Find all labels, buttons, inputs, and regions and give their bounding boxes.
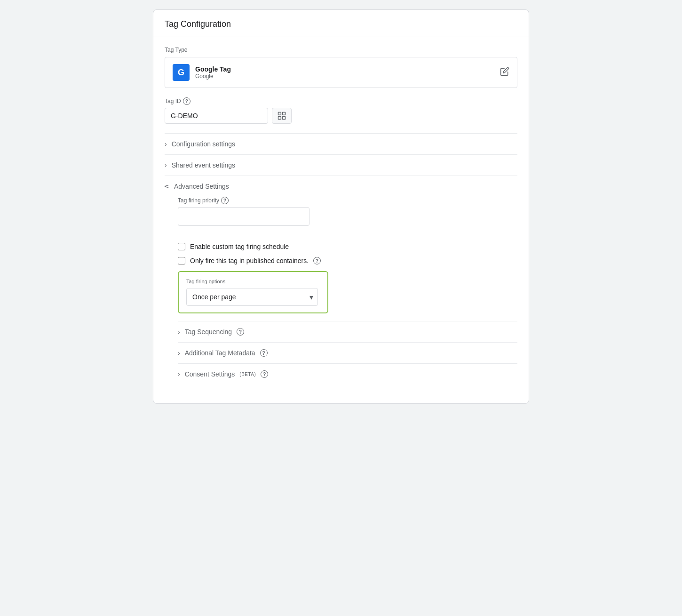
shared-event-section: › Shared event settings bbox=[165, 154, 517, 176]
advanced-settings-section: ∨ Advanced Settings Tag firing priority … bbox=[165, 176, 517, 394]
advanced-settings-header[interactable]: ∨ Advanced Settings bbox=[165, 176, 517, 197]
custom-schedule-checkbox[interactable] bbox=[178, 243, 185, 250]
tag-type-box: G Google Tag Google bbox=[165, 57, 517, 88]
consent-settings-label: Consent Settings bbox=[185, 370, 235, 378]
panel-title: Tag Configuration bbox=[165, 19, 517, 29]
tag-vendor: Google bbox=[195, 73, 231, 80]
tag-sequencing-help-icon[interactable]: ? bbox=[237, 328, 244, 336]
firing-options-select[interactable]: Unlimited Once per event Once per page bbox=[186, 288, 318, 306]
custom-schedule-checkbox-row: Enable custom tag firing schedule bbox=[178, 243, 517, 250]
consent-settings-header[interactable]: › Consent Settings (BETA) ? bbox=[178, 364, 517, 384]
tag-type-left: G Google Tag Google bbox=[173, 64, 231, 81]
firing-options-select-wrapper: Unlimited Once per event Once per page ▾ bbox=[186, 288, 318, 306]
edit-tag-type-button[interactable] bbox=[500, 67, 509, 79]
advanced-settings-chevron-icon: ∨ bbox=[163, 184, 171, 189]
tag-info: Google Tag Google bbox=[195, 65, 231, 80]
tag-type-group: Tag Type G Google Tag Google bbox=[165, 47, 517, 88]
svg-rect-2 bbox=[283, 117, 285, 120]
tag-name: Google Tag bbox=[195, 65, 231, 73]
consent-settings-help-icon[interactable]: ? bbox=[261, 370, 268, 378]
consent-settings-chevron-icon: › bbox=[178, 370, 180, 378]
advanced-settings-label: Advanced Settings bbox=[174, 183, 229, 190]
additional-metadata-chevron-icon: › bbox=[178, 349, 180, 357]
custom-schedule-label: Enable custom tag firing schedule bbox=[190, 243, 289, 250]
firing-priority-input[interactable] bbox=[178, 207, 309, 226]
config-settings-header[interactable]: › Configuration settings bbox=[165, 134, 517, 154]
advanced-sub-sections: › Tag Sequencing ? › Additional Tag Meta… bbox=[178, 321, 517, 384]
additional-metadata-label: Additional Tag Metadata bbox=[185, 349, 255, 357]
tag-id-input[interactable] bbox=[165, 108, 268, 124]
published-containers-label: Only fire this tag in published containe… bbox=[190, 257, 309, 264]
tag-sequencing-label: Tag Sequencing bbox=[185, 328, 232, 336]
google-tag-icon: G bbox=[173, 64, 190, 81]
firing-priority-label: Tag firing priority ? bbox=[178, 197, 517, 204]
additional-metadata-header[interactable]: › Additional Tag Metadata ? bbox=[178, 343, 517, 363]
tag-sequencing-chevron-icon: › bbox=[178, 328, 180, 336]
tag-firing-options-box: Tag firing options Unlimited Once per ev… bbox=[178, 271, 328, 313]
shared-event-label: Shared event settings bbox=[172, 161, 235, 169]
consent-settings-badge: (BETA) bbox=[239, 372, 256, 377]
published-containers-help-icon[interactable]: ? bbox=[313, 257, 321, 264]
tag-firing-options-label: Tag firing options bbox=[186, 279, 320, 284]
config-settings-label: Configuration settings bbox=[172, 140, 235, 148]
tag-type-label: Tag Type bbox=[165, 47, 517, 53]
tag-id-help-icon[interactable]: ? bbox=[183, 97, 190, 105]
config-settings-section: › Configuration settings bbox=[165, 133, 517, 154]
tag-id-row bbox=[165, 108, 517, 124]
tag-sequencing-header[interactable]: › Tag Sequencing ? bbox=[178, 321, 517, 342]
panel-header: Tag Configuration bbox=[153, 10, 529, 37]
published-containers-checkbox-row: Only fire this tag in published containe… bbox=[178, 257, 517, 264]
tag-id-group: Tag ID ? bbox=[165, 97, 517, 124]
additional-metadata-help-icon[interactable]: ? bbox=[260, 349, 268, 357]
firing-priority-group: Tag firing priority ? bbox=[178, 197, 517, 233]
consent-settings-section: › Consent Settings (BETA) ? bbox=[178, 363, 517, 384]
svg-rect-1 bbox=[283, 112, 285, 115]
svg-rect-3 bbox=[278, 117, 281, 120]
tag-configuration-panel: Tag Configuration Tag Type G Google Tag … bbox=[153, 9, 529, 404]
config-settings-chevron-icon: › bbox=[165, 140, 167, 148]
published-containers-checkbox[interactable] bbox=[178, 257, 185, 264]
variable-insert-button[interactable] bbox=[272, 108, 292, 124]
google-g-letter: G bbox=[178, 68, 184, 77]
shared-event-header[interactable]: › Shared event settings bbox=[165, 155, 517, 176]
shared-event-chevron-icon: › bbox=[165, 161, 167, 169]
tag-sequencing-section: › Tag Sequencing ? bbox=[178, 321, 517, 342]
advanced-settings-content: Tag firing priority ? Enable custom tag … bbox=[165, 197, 517, 394]
tag-id-label: Tag ID ? bbox=[165, 97, 517, 105]
panel-body: Tag Type G Google Tag Google bbox=[153, 37, 529, 403]
additional-metadata-section: › Additional Tag Metadata ? bbox=[178, 342, 517, 363]
svg-rect-0 bbox=[278, 112, 281, 115]
firing-priority-help-icon[interactable]: ? bbox=[221, 197, 229, 204]
